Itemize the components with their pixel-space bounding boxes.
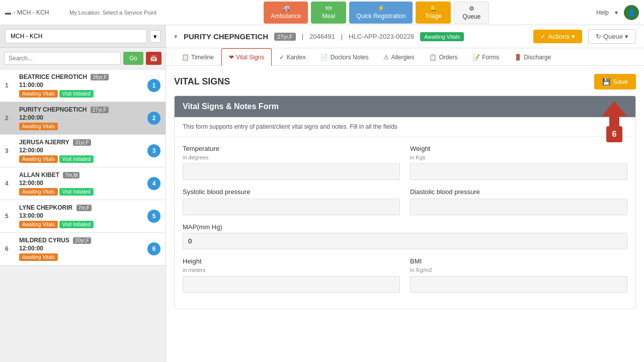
status-badge: Awaiting Vitals [19, 123, 58, 130]
weight-input[interactable] [410, 163, 627, 180]
patient-name: BEATRICE CHEROTICH 26yr,F [19, 73, 143, 80]
patient-age: 7m,M [63, 172, 79, 178]
diastolic-bp-group: Diastolic blood pressure [410, 188, 627, 215]
patient-item[interactable]: 3 JERUSA NJERRY 31yr,F 12:00:00 Awaiting… [0, 135, 166, 167]
patient-header-name: PURITY CHEPNGETICH [184, 32, 268, 41]
search-input[interactable] [4, 52, 121, 65]
patient-time: 11:00:00 [19, 81, 143, 88]
status-badge: Awaiting Vitals [19, 253, 58, 261]
patient-name: LYNE CHEPKORIR 7m,F [19, 204, 143, 211]
help-dropdown-icon: ▾ [615, 9, 618, 16]
main-layout: MCH - KCH ▾ Go 📅 1 BEATRICE CHEROTICH 26… [0, 25, 644, 362]
patient-item[interactable]: 4 ALLAN KIBET 7m,M 12:00:00 Awaiting Vit… [0, 167, 166, 200]
quick-registration-button[interactable]: ⚡ Quick Registration [349, 2, 413, 24]
patient-info: BEATRICE CHEROTICH 26yr,F 11:00:00 Await… [19, 73, 143, 98]
queue-button[interactable]: ⚙ Queue [454, 2, 489, 24]
nav-location: My Location: Select a Service Point [69, 10, 156, 16]
status-badge: Visit Initiated [59, 155, 94, 163]
systolic-bp-input[interactable] [183, 199, 400, 215]
bmi-sublabel: In Kg/m2 [410, 267, 627, 273]
calendar-button[interactable]: 📅 [146, 52, 162, 65]
tab-discharge[interactable]: 🚪 Discharge [507, 48, 558, 66]
patient-time: 12:00:00 [19, 114, 143, 121]
patient-name: PURITY CHEPNGETICH 27yr,F [19, 106, 143, 113]
annotation-arrow: 6 [602, 101, 627, 142]
patient-age: 26yr,F [91, 74, 109, 80]
status-badge: Visit Initiated [59, 188, 94, 196]
patient-age-badge: 27yr,F [274, 33, 296, 41]
bp-row: Systolic blood pressure Diastolic blood … [183, 188, 627, 215]
patient-header: ▾ PURITY CHEPNGETICH 27yr,F | 2046491 | … [166, 25, 644, 48]
weight-group: Weight in Kgs [410, 145, 627, 180]
tab-vital-signs[interactable]: ❤ Vital Signs [221, 48, 272, 66]
vital-signs-title: VITAL SIGNS [174, 76, 230, 87]
checkmark-icon: ✓ [540, 33, 546, 40]
tab-forms[interactable]: 📝 Forms [465, 48, 507, 66]
temp-weight-row: Temperature in degrees Weight in Kgs [183, 145, 627, 180]
bmi-input[interactable] [410, 276, 627, 293]
diastolic-bp-input[interactable] [410, 199, 627, 215]
patient-number: 1 [5, 82, 15, 89]
save-button[interactable]: 💾 Save [594, 74, 636, 89]
queue-header-button[interactable]: ↻ Queue ▾ [588, 29, 636, 44]
patient-divider1: | [302, 33, 303, 40]
ambulance-button[interactable]: 🚑 Ambulance [264, 2, 308, 24]
temperature-group: Temperature in degrees [183, 145, 400, 180]
patient-item[interactable]: 1 BEATRICE CHEROTICH 26yr,F 11:00:00 Awa… [0, 69, 166, 102]
vital-signs-form-card: Vital Signs & Notes Form This form suppo… [174, 96, 636, 309]
queue-circle: 2 [147, 112, 160, 125]
patient-app-num: HLC-APP-2023-00228 [349, 33, 414, 40]
nav-right: Help ▾ 👤 [596, 5, 639, 20]
weight-sublabel: in Kgs [410, 154, 627, 160]
temperature-label: Temperature [183, 145, 400, 152]
save-icon: 💾 [602, 78, 610, 85]
weight-label: Weight [410, 145, 627, 152]
patient-item[interactable]: 2 PURITY CHEPNGETICH 27yr,F 12:00:00 Awa… [0, 102, 166, 135]
patient-badges: Awaiting VitalsVisit Initiated [19, 220, 143, 228]
temperature-sublabel: in degrees [183, 154, 400, 160]
patient-name: ALLAN KIBET 7m,M [19, 171, 143, 178]
form-description: This form supports entry of patient/clie… [175, 117, 635, 137]
height-input[interactable] [183, 276, 400, 293]
status-badge: Visit Initiated [59, 90, 94, 98]
kardex-icon: ✓ [279, 54, 284, 61]
triage-button[interactable]: 🔔 Triage [416, 2, 451, 24]
patient-number: 6 [5, 245, 15, 252]
patient-header-chevron[interactable]: ▾ [174, 33, 178, 40]
patient-divider2: | [341, 33, 343, 40]
patient-item[interactable]: 6 MILDRED CYRUS 20yr,F 12:00:00 Awaiting… [0, 233, 166, 265]
tabs-bar: 📋 Timeline ❤ Vital Signs ✓ Kardex 📄 Doct… [166, 48, 644, 66]
queue-icon: ⚙ [469, 5, 474, 12]
go-button[interactable]: Go [123, 52, 143, 65]
vital-signs-title-bar: VITAL SIGNS 💾 Save 6 [174, 74, 636, 89]
orders-icon: 📋 [429, 54, 437, 61]
temperature-input[interactable] [183, 163, 400, 180]
height-sublabel: in meters [183, 267, 400, 273]
tab-timeline[interactable]: 📋 Timeline [174, 48, 221, 66]
patient-list: 1 BEATRICE CHEROTICH 26yr,F 11:00:00 Awa… [0, 69, 166, 362]
sidebar-location-button[interactable]: MCH - KCH [5, 29, 147, 43]
patient-age: 27yr,F [91, 107, 109, 113]
tab-doctors-notes[interactable]: 📄 Doctors Notes [313, 48, 376, 66]
map-input[interactable] [183, 233, 627, 249]
form-fields: Temperature in degrees Weight in Kgs [175, 137, 635, 309]
avatar[interactable]: 👤 [624, 5, 639, 20]
sidebar-dropdown[interactable]: ▾ [150, 30, 160, 43]
annotation-number: 6 [606, 126, 622, 142]
tab-orders[interactable]: 📋 Orders [422, 48, 465, 66]
patient-time: 12:00:00 [19, 179, 143, 187]
patient-number: 2 [5, 115, 15, 122]
patient-id: 2046491 [309, 33, 335, 40]
status-badge: Awaiting Vitals [19, 221, 58, 228]
status-badge: Visit Initiated [59, 221, 94, 228]
nav-buttons: 🚑 Ambulance 🍽 Meal ⚡ Quick Registration … [160, 2, 592, 24]
status-badge: Awaiting Vitals [19, 155, 58, 163]
nav-location-text: MCH - KCH [17, 9, 49, 16]
help-text[interactable]: Help [596, 9, 609, 16]
actions-button[interactable]: ✓ Actions ▾ [533, 30, 582, 43]
allergies-icon: ⚠ [383, 54, 389, 61]
tab-kardex[interactable]: ✓ Kardex [272, 48, 313, 66]
tab-allergies[interactable]: ⚠ Allergies [376, 48, 422, 66]
patient-item[interactable]: 5 LYNE CHEPKORIR 7m,F 13:00:00 Awaiting … [0, 200, 166, 233]
meal-button[interactable]: 🍽 Meal [311, 2, 346, 24]
